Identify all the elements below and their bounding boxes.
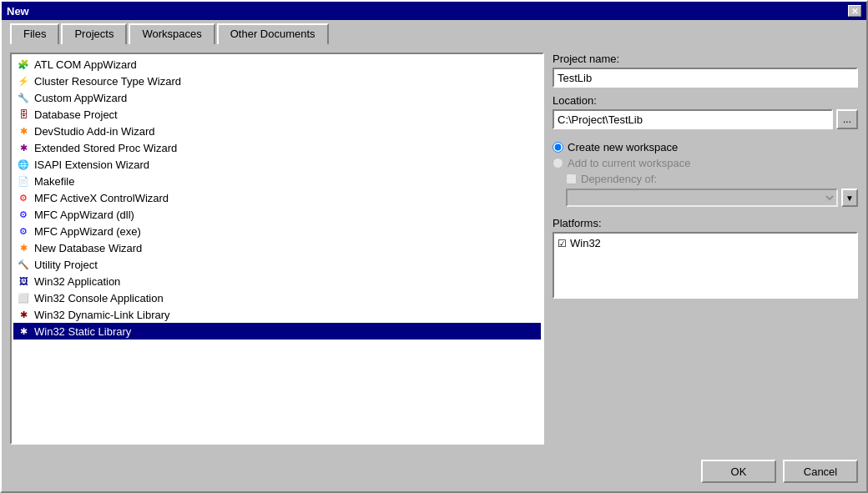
project-list-item-database[interactable]: 🗄Database Project [13, 106, 541, 123]
project-name-label: Project name: [553, 53, 858, 65]
project-label-win32-console: Win32 Console Application [34, 292, 164, 304]
close-button[interactable]: ✕ [848, 5, 861, 17]
platform-win32-check: ☑ [558, 238, 567, 249]
project-icon-mfc-exe: ⚙ [16, 224, 31, 239]
project-label-custom: Custom AppWizard [34, 92, 127, 104]
tab-projects[interactable]: Projects [61, 23, 127, 44]
project-icon-makefile: 📄 [16, 174, 31, 189]
project-icon-database: 🗄 [16, 107, 31, 122]
project-list[interactable]: 🧩ATL COM AppWizard⚡Cluster Resource Type… [10, 53, 544, 445]
project-list-item-mfc-activex[interactable]: ⚙MFC ActiveX ControlWizard [13, 189, 541, 206]
tab-other-docs[interactable]: Other Documents [217, 23, 329, 44]
project-name-input[interactable] [553, 68, 858, 88]
project-list-item-cluster[interactable]: ⚡Cluster Resource Type Wizard [13, 73, 541, 89]
project-icon-mfc-dll: ⚙ [16, 207, 31, 222]
project-list-item-makefile[interactable]: 📄Makefile [13, 173, 541, 189]
add-workspace-option: Add to current workspace [553, 157, 858, 169]
platform-win32: ☑ Win32 [556, 235, 855, 251]
add-workspace-radio [553, 158, 563, 169]
dialog-content: 🧩ATL COM AppWizard⚡Cluster Resource Type… [2, 44, 866, 453]
project-list-item-win32-console[interactable]: ⬜Win32 Console Application [13, 289, 541, 306]
project-list-item-devstudio[interactable]: ✱DevStudio Add-in Wizard [13, 123, 541, 139]
workspace-options: Create new workspace Add to current work… [553, 141, 858, 207]
project-label-extended: Extended Stored Proc Wizard [34, 142, 177, 154]
project-list-item-win32-static[interactable]: ✱Win32 Static Library [13, 323, 541, 340]
project-list-item-custom[interactable]: 🔧Custom AppWizard [13, 89, 541, 106]
project-icon-extended: ✱ [16, 140, 31, 155]
ok-button[interactable]: OK [701, 460, 776, 483]
left-panel: 🧩ATL COM AppWizard⚡Cluster Resource Type… [10, 53, 544, 445]
location-row: ... [553, 109, 858, 129]
project-label-makefile: Makefile [34, 175, 74, 188]
dialog-footer: OK Cancel [2, 453, 866, 491]
project-list-item-win32-dll[interactable]: ✱Win32 Dynamic-Link Library [13, 306, 541, 323]
dep-arrow-icon: ▼ [841, 189, 858, 207]
browse-button[interactable]: ... [836, 109, 858, 129]
tab-files[interactable]: Files [10, 23, 59, 44]
project-label-win32-app: Win32 Application [34, 275, 120, 288]
dialog-title-text: New [7, 5, 29, 18]
project-label-mfc-dll: MFC AppWizard (dll) [34, 209, 134, 221]
platforms-group: Platforms: ☑ Win32 [553, 217, 858, 299]
location-input[interactable] [553, 109, 833, 129]
right-panel: Project name: Location: ... Create new w… [553, 53, 858, 445]
project-label-mfc-activex: MFC ActiveX ControlWizard [34, 192, 169, 204]
tab-workspaces[interactable]: Workspaces [129, 23, 214, 44]
platforms-label: Platforms: [553, 217, 858, 229]
project-icon-win32-app: 🖼 [16, 274, 31, 289]
project-icon-cluster: ⚡ [16, 73, 31, 88]
project-list-item-win32-app[interactable]: 🖼Win32 Application [13, 273, 541, 289]
project-list-item-new-db[interactable]: ✱New Database Wizard [13, 239, 541, 256]
create-workspace-radio[interactable] [553, 142, 563, 153]
project-icon-custom: 🔧 [16, 90, 31, 105]
project-label-atl-com: ATL COM AppWizard [34, 58, 137, 71]
project-list-item-extended[interactable]: ✱Extended Stored Proc Wizard [13, 139, 541, 156]
dependency-label: Dependency of: [581, 173, 657, 185]
project-list-item-isapi[interactable]: 🌐ISAPI Extension Wizard [13, 156, 541, 173]
dependency-select-row: ▼ [566, 189, 858, 207]
project-list-item-mfc-exe[interactable]: ⚙MFC AppWizard (exe) [13, 223, 541, 239]
platforms-list: ☑ Win32 [553, 232, 858, 299]
project-icon-mfc-activex: ⚙ [16, 190, 31, 205]
project-label-database: Database Project [34, 108, 118, 121]
project-label-cluster: Cluster Resource Type Wizard [34, 75, 181, 88]
project-list-item-atl-com[interactable]: 🧩ATL COM AppWizard [13, 56, 541, 73]
project-icon-win32-dll: ✱ [16, 307, 31, 322]
add-workspace-label: Add to current workspace [568, 157, 690, 169]
create-workspace-option[interactable]: Create new workspace [553, 141, 858, 153]
cancel-button[interactable]: Cancel [783, 460, 858, 483]
title-buttons: ✕ [848, 5, 861, 17]
project-label-isapi: ISAPI Extension Wizard [34, 158, 149, 171]
create-workspace-label: Create new workspace [568, 141, 678, 153]
location-group: Location: ... [553, 94, 858, 129]
project-icon-atl-com: 🧩 [16, 57, 31, 72]
project-label-mfc-exe: MFC AppWizard (exe) [34, 225, 141, 238]
new-project-dialog: New ✕ Files Projects Workspaces Other Do… [0, 0, 868, 493]
project-label-utility: Utility Project [34, 259, 98, 271]
project-name-group: Project name: [553, 53, 858, 88]
project-label-new-db: New Database Wizard [34, 242, 142, 254]
platform-win32-label: Win32 [570, 237, 601, 249]
project-icon-utility: 🔨 [16, 257, 31, 272]
project-list-item-utility[interactable]: 🔨Utility Project [13, 256, 541, 273]
project-label-win32-dll: Win32 Dynamic-Link Library [34, 309, 170, 321]
project-icon-isapi: 🌐 [16, 157, 31, 172]
project-label-win32-static: Win32 Static Library [34, 325, 131, 338]
project-icon-win32-console: ⬜ [16, 290, 31, 305]
dependency-checkbox [566, 174, 577, 184]
project-list-item-mfc-dll[interactable]: ⚙MFC AppWizard (dll) [13, 206, 541, 223]
project-icon-new-db: ✱ [16, 240, 31, 255]
dialog-title-bar: New ✕ [2, 2, 866, 20]
location-label: Location: [553, 94, 858, 107]
project-icon-win32-static: ✱ [16, 324, 31, 339]
tab-bar: Files Projects Workspaces Other Document… [2, 20, 866, 44]
dependency-select [566, 189, 838, 207]
project-icon-devstudio: ✱ [16, 123, 31, 138]
dependency-checkbox-group: Dependency of: [566, 173, 858, 185]
project-label-devstudio: DevStudio Add-in Wizard [34, 125, 155, 138]
